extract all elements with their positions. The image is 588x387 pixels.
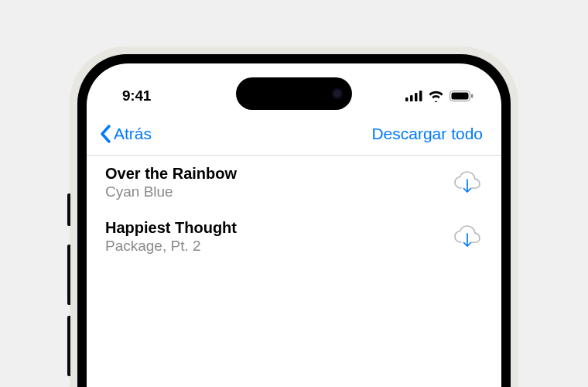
svg-rect-5	[452, 93, 469, 100]
cellular-icon	[405, 91, 422, 101]
svg-rect-6	[471, 94, 473, 98]
item-text: Happiest Thought Package, Pt. 2	[105, 219, 237, 255]
back-button[interactable]: Atrás	[99, 124, 152, 144]
phone-frame: 9:41	[70, 46, 518, 387]
battery-icon	[450, 91, 473, 101]
song-list: Over the Rainbow Cyan Blue Happiest Thou…	[87, 156, 501, 264]
item-subtitle: Cyan Blue	[105, 183, 237, 200]
item-title: Over the Rainbow	[105, 165, 237, 183]
download-all-button[interactable]: Descargar todo	[371, 125, 483, 143]
nav-bar: Atrás Descargar todo	[87, 111, 501, 156]
volume-up-button	[67, 245, 70, 305]
status-icons	[405, 91, 473, 102]
list-item: Happiest Thought Package, Pt. 2	[87, 210, 501, 264]
svg-rect-3	[419, 91, 422, 101]
wifi-icon	[428, 91, 444, 102]
download-button[interactable]	[453, 225, 481, 248]
svg-rect-1	[410, 95, 413, 101]
item-text: Over the Rainbow Cyan Blue	[105, 165, 237, 200]
download-button[interactable]	[453, 171, 481, 194]
volume-down-button	[67, 316, 70, 376]
front-camera	[332, 88, 343, 99]
item-subtitle: Package, Pt. 2	[105, 238, 237, 255]
screen: 9:41	[87, 63, 501, 387]
list-item: Over the Rainbow Cyan Blue	[87, 156, 501, 210]
cloud-download-icon	[453, 225, 481, 248]
chevron-left-icon	[99, 124, 112, 144]
back-label: Atrás	[114, 125, 152, 143]
dynamic-island	[236, 77, 352, 110]
svg-rect-0	[405, 98, 409, 101]
side-button	[67, 194, 70, 226]
phone-bezel: 9:41	[77, 54, 511, 387]
status-time: 9:41	[122, 87, 151, 104]
cloud-download-icon	[453, 171, 481, 194]
item-title: Happiest Thought	[105, 219, 237, 237]
svg-rect-2	[415, 93, 418, 101]
